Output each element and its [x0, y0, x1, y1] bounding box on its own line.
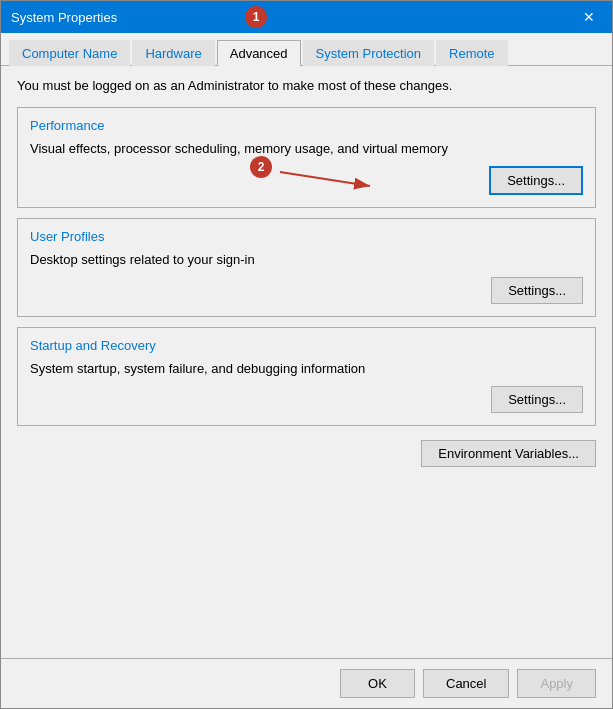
performance-title: Performance: [30, 118, 583, 133]
startup-recovery-settings-button[interactable]: Settings...: [491, 386, 583, 413]
close-button[interactable]: ✕: [576, 7, 602, 27]
startup-recovery-desc: System startup, system failure, and debu…: [30, 361, 583, 376]
title-bar: System Properties 1 ✕: [1, 1, 612, 33]
ok-button[interactable]: OK: [340, 669, 415, 698]
footer: OK Cancel Apply: [1, 658, 612, 708]
content-area: You must be logged on as an Administrato…: [1, 66, 612, 658]
apply-button[interactable]: Apply: [517, 669, 596, 698]
user-profiles-desc: Desktop settings related to your sign-in: [30, 252, 583, 267]
tab-hardware[interactable]: Hardware: [132, 40, 214, 66]
user-profiles-section: User Profiles Desktop settings related t…: [17, 218, 596, 317]
performance-section: Performance Visual effects, processor sc…: [17, 107, 596, 208]
environment-variables-button[interactable]: Environment Variables...: [421, 440, 596, 467]
performance-desc: Visual effects, processor scheduling, me…: [30, 141, 583, 156]
startup-recovery-section: Startup and Recovery System startup, sys…: [17, 327, 596, 426]
user-profiles-btn-row: Settings...: [30, 277, 583, 304]
startup-recovery-btn-row: Settings...: [30, 386, 583, 413]
tab-system-protection[interactable]: System Protection: [303, 40, 435, 66]
badge-2: 2: [250, 156, 272, 178]
arrow-annotation-2: [270, 164, 390, 199]
env-variables-row: Environment Variables...: [17, 436, 596, 471]
user-profiles-settings-button[interactable]: Settings...: [491, 277, 583, 304]
system-properties-window: System Properties 1 ✕ Computer Name Hard…: [0, 0, 613, 709]
user-profiles-title: User Profiles: [30, 229, 583, 244]
admin-notice: You must be logged on as an Administrato…: [17, 78, 596, 93]
badge-1: 1: [245, 6, 267, 28]
tab-advanced[interactable]: Advanced: [217, 40, 301, 66]
tab-bar: Computer Name Hardware Advanced System P…: [1, 33, 612, 66]
window-title: System Properties: [11, 10, 117, 25]
startup-recovery-title: Startup and Recovery: [30, 338, 583, 353]
tab-remote[interactable]: Remote: [436, 40, 508, 66]
performance-btn-row: 2 Settings...: [30, 166, 583, 195]
tab-computer-name[interactable]: Computer Name: [9, 40, 130, 66]
svg-line-1: [280, 172, 370, 186]
performance-settings-button[interactable]: Settings...: [489, 166, 583, 195]
cancel-button[interactable]: Cancel: [423, 669, 509, 698]
title-bar-controls: ✕: [576, 7, 602, 27]
